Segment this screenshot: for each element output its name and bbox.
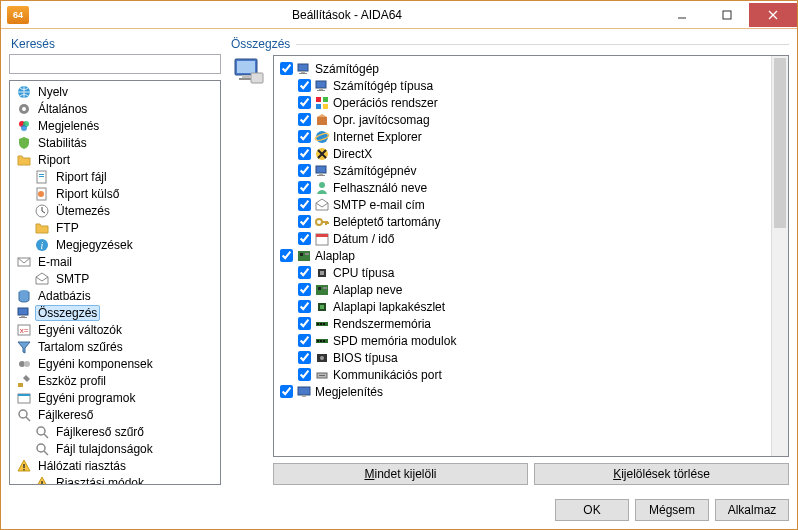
tree-item-e-mail[interactable]: E-mail [10, 253, 220, 270]
check-row: CPU típusa [274, 264, 771, 281]
svg-rect-84 [320, 340, 322, 342]
tree-item-f-jl-tulajdons-gok[interactable]: Fájl tulajdonságok [10, 440, 220, 457]
tree-item-f-jlkeres-sz-r-[interactable]: Fájlkereső szűrő [10, 423, 220, 440]
checkbox[interactable] [298, 334, 311, 347]
tree-item-eszk-z-profil[interactable]: Eszköz profil [10, 372, 220, 389]
tree-item-ftp[interactable]: FTP [10, 219, 220, 236]
tree-item-egy-ni-programok[interactable]: Egyéni programok [10, 389, 220, 406]
tree-item-riaszt-si-m-dok[interactable]: Riasztási módok [10, 474, 220, 485]
checkbox[interactable] [298, 283, 311, 296]
window-buttons [659, 3, 797, 27]
tree-item-egy-ni-komponensek[interactable]: Egyéni komponensek [10, 355, 220, 372]
checkbox[interactable] [298, 317, 311, 330]
clock-icon [34, 203, 50, 219]
tree-item--temez-s[interactable]: Ütemezés [10, 202, 220, 219]
check-label: Rendszermemória [333, 317, 431, 331]
tree-item-smtp[interactable]: SMTP [10, 270, 220, 287]
minimize-button[interactable] [659, 3, 704, 27]
tree-item-riport-f-jl[interactable]: Riport fájl [10, 168, 220, 185]
tree-item--ltal-nos[interactable]: Általános [10, 100, 220, 117]
checkbox[interactable] [298, 147, 311, 160]
svg-rect-90 [298, 387, 310, 395]
search-input[interactable] [9, 54, 221, 74]
check-row: Operációs rendszer [274, 94, 771, 111]
scrollbar[interactable] [771, 56, 788, 456]
computer-icon [16, 305, 32, 321]
search-label: Keresés [9, 37, 221, 54]
ok-button[interactable]: OK [555, 499, 629, 521]
computer-icon [233, 55, 265, 87]
checkbox[interactable] [298, 164, 311, 177]
computer-icon [314, 163, 330, 179]
check-label: SPD memória modulok [333, 334, 456, 348]
tree-item-label: Hálózati riasztás [35, 458, 129, 474]
ram-icon [314, 316, 330, 332]
check-row: SMTP e-mail cím [274, 196, 771, 213]
tree-item-label: Tartalom szűrés [35, 339, 126, 355]
comp-icon [16, 356, 32, 372]
select-all-button[interactable]: Mindet kijelöli [273, 463, 528, 485]
svg-rect-80 [320, 323, 322, 325]
apply-button[interactable]: Alkalmaz [715, 499, 789, 521]
checkbox[interactable] [280, 249, 293, 262]
titlebar[interactable]: 64 Beállítások - AIDA64 [1, 1, 797, 29]
svg-rect-67 [316, 234, 328, 237]
tree-item-megjegyz-sek[interactable]: iMegjegyzések [10, 236, 220, 253]
svg-rect-57 [317, 117, 327, 125]
tree-item-megjelen-s[interactable]: Megjelenés [10, 117, 220, 134]
close-button[interactable] [749, 3, 797, 27]
tree-item-riport[interactable]: Riport [10, 151, 220, 168]
svg-rect-69 [300, 253, 303, 256]
checkbox[interactable] [298, 79, 311, 92]
checkbox[interactable] [298, 113, 311, 126]
tree-item-riport-k-ls-[interactable]: Riport külső [10, 185, 220, 202]
tree-item-label: Fájlkereső szűrő [53, 424, 147, 440]
svg-rect-89 [319, 375, 325, 376]
key-icon [314, 214, 330, 230]
tool-icon [16, 373, 32, 389]
checkbox[interactable] [280, 385, 293, 398]
tree-item-f-jlkeres-[interactable]: Fájlkereső [10, 406, 220, 423]
checkbox[interactable] [298, 266, 311, 279]
shield-icon [16, 135, 32, 151]
check-row: BIOS típusa [274, 349, 771, 366]
selection-buttons: Mindet kijelöli Kijelölések törlése [273, 463, 789, 485]
check-label: Beléptető tartomány [333, 215, 440, 229]
tree-item-h-l-zati-riaszt-s[interactable]: Hálózati riasztás [10, 457, 220, 474]
checkbox[interactable] [298, 181, 311, 194]
check-row: Kommunikációs port [274, 366, 771, 383]
tree-item-nyelv[interactable]: Nyelv [10, 83, 220, 100]
check-label: Számítógépnév [333, 164, 416, 178]
tree-item-tartalom-sz-r-s[interactable]: Tartalom szűrés [10, 338, 220, 355]
checkbox[interactable] [298, 198, 311, 211]
group-header: Összegzés [229, 37, 789, 51]
svg-text:x=: x= [20, 326, 29, 335]
checkbox[interactable] [298, 368, 311, 381]
tree-item--sszegz-s[interactable]: Összegzés [10, 304, 220, 321]
chip-icon [314, 299, 330, 315]
check-row: Alaplap [274, 247, 771, 264]
check-scroll-area[interactable]: SzámítógépSzámítógép típusaOperációs ren… [274, 56, 771, 456]
svg-point-26 [24, 361, 30, 367]
checkbox[interactable] [298, 96, 311, 109]
cancel-button[interactable]: Mégsem [635, 499, 709, 521]
checkbox[interactable] [298, 300, 311, 313]
clear-selection-button[interactable]: Kijelölések törlése [534, 463, 789, 485]
category-tree[interactable]: NyelvÁltalánosMegjelenésStabilitásRiport… [9, 80, 221, 485]
check-label: Számítógép típusa [333, 79, 433, 93]
check-row: Alaplap neve [274, 281, 771, 298]
checkbox[interactable] [298, 215, 311, 228]
checkbox[interactable] [280, 62, 293, 75]
checkbox[interactable] [298, 351, 311, 364]
check-label: Alaplapi lapkakészlet [333, 300, 445, 314]
checkbox[interactable] [298, 232, 311, 245]
svg-rect-38 [41, 481, 42, 485]
tree-item-stabilit-s[interactable]: Stabilitás [10, 134, 220, 151]
svg-rect-29 [18, 394, 30, 396]
maximize-button[interactable] [704, 3, 749, 27]
check-label: DirectX [333, 147, 372, 161]
tree-item-egy-ni-v-ltoz-k[interactable]: x=Egyéni változók [10, 321, 220, 338]
checkbox[interactable] [298, 130, 311, 143]
scroll-thumb[interactable] [774, 58, 786, 228]
tree-item-adatb-zis[interactable]: Adatbázis [10, 287, 220, 304]
